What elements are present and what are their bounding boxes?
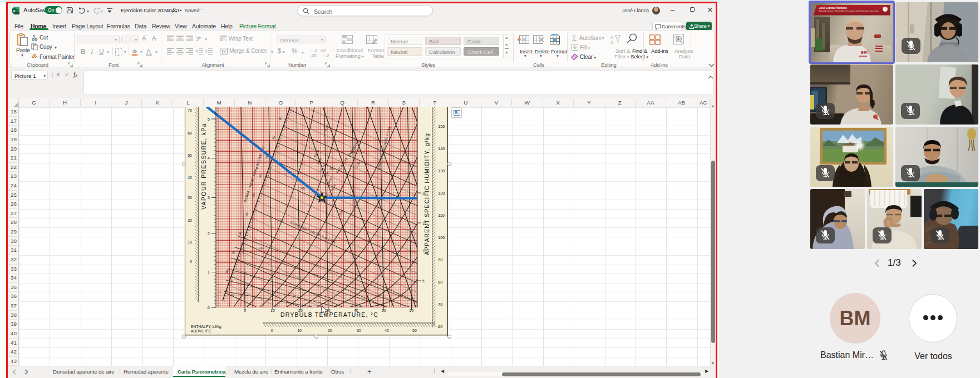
svg-text:0: 0 bbox=[271, 329, 273, 332]
svg-text:30: 30 bbox=[357, 329, 361, 332]
svg-text:60: 60 bbox=[438, 324, 442, 329]
svg-text:110: 110 bbox=[438, 213, 445, 218]
svg-text:20: 20 bbox=[188, 218, 192, 222]
svg-text:2: 2 bbox=[208, 231, 210, 236]
svg-text:1: 1 bbox=[208, 270, 210, 275]
svg-text:70: 70 bbox=[438, 302, 442, 307]
svg-text:DRYBULB TEMPERATURE, °C: DRYBULB TEMPERATURE, °C bbox=[280, 311, 378, 318]
svg-text:60: 60 bbox=[188, 131, 192, 135]
svg-text:60: 60 bbox=[410, 309, 414, 312]
svg-text:0: 0 bbox=[190, 260, 192, 263]
svg-text:ENTHALPY, kJ/kg: ENTHALPY, kJ/kg bbox=[191, 325, 221, 329]
svg-text:50: 50 bbox=[188, 153, 192, 157]
svg-text:70: 70 bbox=[188, 108, 192, 112]
svg-text:APPARENT SPECIFIC HUMIDITY, g/: APPARENT SPECIFIC HUMIDITY, g/kg bbox=[423, 133, 430, 255]
svg-text:120: 120 bbox=[438, 191, 445, 196]
svg-text:5: 5 bbox=[208, 117, 210, 122]
svg-text:3: 3 bbox=[208, 195, 210, 200]
svg-text:40: 40 bbox=[385, 329, 389, 332]
svg-text:ab: ab bbox=[196, 36, 200, 39]
svg-text:Z: Z bbox=[610, 40, 613, 44]
svg-text:130: 130 bbox=[438, 168, 445, 173]
svg-text:10: 10 bbox=[188, 240, 192, 244]
svg-text:4: 4 bbox=[208, 156, 210, 161]
svg-text:50: 50 bbox=[382, 309, 386, 312]
svg-text:10: 10 bbox=[297, 329, 302, 332]
svg-text:40: 40 bbox=[188, 176, 192, 180]
svg-text:0: 0 bbox=[244, 309, 246, 312]
svg-text:30: 30 bbox=[188, 196, 192, 200]
svg-text:5: 5 bbox=[422, 279, 425, 283]
svg-text:150: 150 bbox=[438, 124, 445, 129]
svg-text:BBE: BBE bbox=[860, 49, 869, 54]
svg-text:80: 80 bbox=[438, 280, 442, 285]
svg-text:VAPOUR PRESSURE, kPa: VAPOUR PRESSURE, kPa bbox=[200, 123, 207, 210]
svg-text:50: 50 bbox=[412, 329, 417, 332]
svg-text:100: 100 bbox=[438, 235, 445, 240]
svg-text:140: 140 bbox=[438, 146, 445, 151]
svg-text:90: 90 bbox=[438, 257, 442, 262]
svg-text:ABOVE 0°C: ABOVE 0°C bbox=[191, 329, 211, 333]
svg-text:20: 20 bbox=[328, 329, 332, 332]
svg-text:A: A bbox=[610, 35, 614, 40]
svg-text:0: 0 bbox=[208, 305, 210, 310]
svg-text:10: 10 bbox=[270, 309, 275, 312]
